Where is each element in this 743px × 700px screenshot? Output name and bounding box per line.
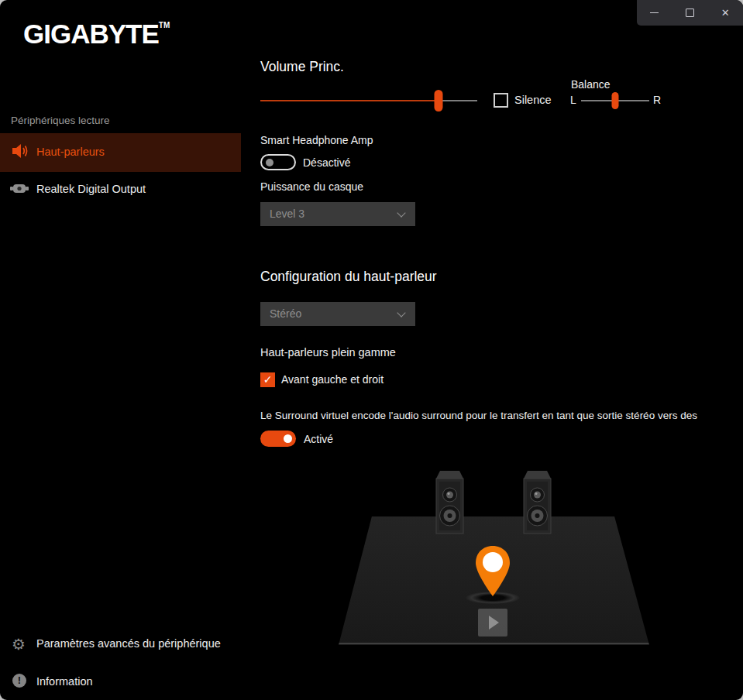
front-pair-label: Avant gauche et droit bbox=[281, 373, 384, 386]
select-value: Level 3 bbox=[270, 208, 304, 220]
balance-slider-thumb[interactable] bbox=[612, 92, 619, 109]
headphone-amp-title: Smart Headphone Amp bbox=[260, 134, 373, 146]
sidebar-item-label: Haut-parleurs bbox=[36, 146, 105, 158]
headphone-power-label: Puissance du casque bbox=[260, 180, 363, 193]
sidebar-item-label: Paramètres avancés du périphérique bbox=[36, 637, 221, 650]
minimize-button[interactable] bbox=[637, 0, 672, 26]
balance-label: Balance bbox=[571, 78, 611, 91]
front-pair-checkbox[interactable]: ✓ bbox=[260, 372, 275, 387]
check-icon: ✓ bbox=[263, 373, 273, 386]
virtual-surround-description: Le Surround virtuel encode l'audio surro… bbox=[260, 410, 743, 421]
speaker-mode-select[interactable]: Stéréo bbox=[260, 302, 415, 326]
sidebar-item-advanced-settings[interactable]: ⚙ Paramètres avancés du périphérique bbox=[0, 629, 294, 658]
balance-right-label: R bbox=[653, 94, 661, 106]
balance-slider[interactable] bbox=[581, 100, 649, 101]
gigabyte-logo: GIGABYTETM bbox=[23, 19, 170, 50]
listener-position-pin[interactable] bbox=[474, 546, 511, 597]
volume-title: Volume Princ. bbox=[260, 59, 344, 75]
sidebar-item-label: Realtek Digital Output bbox=[36, 183, 146, 195]
sidebar-item-information[interactable]: ! Information bbox=[0, 667, 241, 695]
close-icon: ✕ bbox=[721, 7, 730, 19]
close-button[interactable]: ✕ bbox=[707, 0, 743, 26]
volume-slider-thumb[interactable] bbox=[434, 90, 442, 112]
optical-output-icon bbox=[10, 184, 29, 194]
sidebar-item-principal[interactable]: Principal bbox=[0, 65, 241, 90]
headphone-amp-toggle[interactable] bbox=[260, 154, 296, 170]
app-window: ✕ GIGABYTETM Principal Périphériques lec… bbox=[0, 0, 743, 700]
headphone-amp-state: Désactivé bbox=[303, 156, 350, 169]
sidebar-item-speakers[interactable]: Haut-parleurs bbox=[0, 133, 241, 172]
speaker-icon bbox=[12, 143, 29, 159]
headphone-power-select[interactable]: Level 3 bbox=[260, 202, 415, 226]
toggle-knob bbox=[284, 434, 292, 443]
speaker-config-title: Configuration du haut-parleur bbox=[260, 269, 437, 285]
maximize-button[interactable] bbox=[672, 0, 708, 26]
floor-front-edge bbox=[339, 643, 649, 644]
sidebar-section-label: Périphériques lecture bbox=[11, 115, 110, 126]
sidebar-item-digital-output[interactable]: Realtek Digital Output bbox=[0, 172, 241, 206]
volume-slider[interactable] bbox=[260, 100, 477, 101]
play-icon bbox=[489, 616, 499, 630]
speaker-tower-right bbox=[521, 469, 553, 535]
maximize-icon bbox=[686, 9, 694, 17]
virtual-surround-toggle[interactable] bbox=[260, 431, 296, 447]
window-controls: ✕ bbox=[637, 0, 743, 26]
test-play-button[interactable] bbox=[478, 609, 507, 637]
select-value: Stéréo bbox=[270, 307, 301, 320]
chevron-down-icon bbox=[397, 308, 405, 317]
toggle-knob bbox=[266, 159, 273, 166]
chevron-down-icon bbox=[397, 208, 405, 217]
virtual-surround-state: Activé bbox=[304, 433, 333, 445]
mute-checkbox[interactable] bbox=[494, 93, 508, 108]
fullrange-label: Haut-parleurs plein gamme bbox=[260, 346, 396, 359]
mute-label: Silence bbox=[514, 94, 552, 106]
volume-slider-fill bbox=[260, 100, 439, 101]
gear-icon: ⚙ bbox=[12, 637, 26, 652]
minimize-icon bbox=[650, 12, 659, 13]
info-icon: ! bbox=[12, 674, 26, 688]
speaker-tower-left bbox=[434, 469, 466, 535]
balance-left-label: L bbox=[570, 94, 576, 106]
sidebar-item-label: Information bbox=[36, 675, 93, 688]
